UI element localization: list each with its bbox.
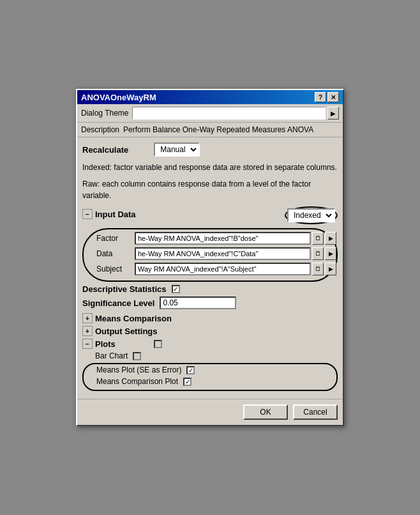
subject-input[interactable] xyxy=(135,263,311,275)
means-plot-label: Means Plot (SE as Error) xyxy=(96,365,181,374)
plots-header: − Plots xyxy=(82,339,338,349)
factor-row: Factor 🗒 ▶ xyxy=(96,232,336,245)
bar-chart-row: Bar Chart xyxy=(95,351,338,360)
descriptive-stats-label: Descriptive Statistics xyxy=(82,284,167,294)
output-settings-title: Output Settings xyxy=(95,327,158,336)
means-comparison-plot-label: Means Comparison Plot xyxy=(96,377,178,386)
output-settings-collapse-button[interactable]: + xyxy=(82,326,93,336)
close-button[interactable]: ✕ xyxy=(327,92,339,102)
recalculate-row: Recalculate Manual Auto xyxy=(82,142,338,157)
data-buttons: 🗒 ▶ xyxy=(312,247,336,260)
data-label: Data xyxy=(96,249,135,258)
dialog-theme-row: Dialog Theme ▶ xyxy=(77,104,343,123)
main-content: Recalculate Manual Auto Indexed: factor … xyxy=(77,137,343,399)
means-comparison-title: Means Comparison xyxy=(95,314,172,323)
window-title: ANOVAOneWayRM xyxy=(81,93,315,102)
means-plot-checkbox[interactable]: ✓ xyxy=(186,366,195,374)
means-plot-row: Means Plot (SE as Error) ✓ xyxy=(96,365,336,374)
title-bar: ANOVAOneWayRM ? ✕ xyxy=(77,90,343,104)
input-data-header: − Input Data xyxy=(82,209,272,219)
main-window: ANOVAOneWayRM ? ✕ Dialog Theme ▶ Descrip… xyxy=(76,89,344,426)
bottom-buttons: OK Cancel xyxy=(77,399,343,425)
subject-arrow-button[interactable]: ▶ xyxy=(325,263,336,275)
data-input[interactable] xyxy=(135,247,311,260)
recalculate-select[interactable]: Manual Auto xyxy=(154,142,200,157)
plots-section: − Plots Bar Chart Means Plot (SE as Erro… xyxy=(82,339,338,391)
factor-label: Factor xyxy=(96,234,135,243)
factor-input[interactable] xyxy=(135,232,311,245)
data-row: Data 🗒 ▶ xyxy=(96,247,336,260)
factor-arrow-button[interactable]: ▶ xyxy=(325,232,336,245)
plots-enabled-container xyxy=(154,340,162,348)
subject-buttons: 🗒 ▶ xyxy=(312,263,336,275)
factor-buttons: 🗒 ▶ xyxy=(312,232,336,245)
ok-button[interactable]: OK xyxy=(243,404,288,420)
description-label: Description xyxy=(81,125,119,134)
means-comparison-plot-checkbox[interactable]: ✓ xyxy=(183,378,191,386)
title-bar-buttons: ? ✕ xyxy=(315,92,339,102)
means-comparison-section: + Means Comparison xyxy=(82,313,338,323)
significance-level-row: Significance Level xyxy=(82,296,338,309)
bar-chart-checkbox[interactable] xyxy=(133,352,141,360)
dialog-theme-label: Dialog Theme xyxy=(81,109,128,118)
plots-enabled-checkbox[interactable] xyxy=(154,340,162,348)
data-arrow-button[interactable]: ▶ xyxy=(325,247,336,260)
recalculate-label: Recalculate xyxy=(82,145,128,155)
input-type-container: Indexed Raw xyxy=(285,206,338,224)
plots-title: Plots xyxy=(95,339,116,349)
bar-chart-label: Bar Chart xyxy=(95,351,128,360)
descriptive-stats-row: Descriptive Statistics ✓ xyxy=(82,284,338,294)
cancel-button[interactable]: Cancel xyxy=(293,404,338,420)
input-data-collapse-button[interactable]: − xyxy=(82,209,93,219)
input-type-select[interactable]: Indexed Raw xyxy=(287,208,335,222)
raw-info-text: Raw: each column contains response data … xyxy=(82,178,338,201)
input-data-section: − Input Data Indexed Raw Factor xyxy=(82,206,338,282)
means-oval-wrapper: Means Plot (SE as Error) ✓ Means Compari… xyxy=(82,363,338,391)
descriptive-stats-checkbox[interactable]: ✓ xyxy=(172,285,180,293)
fields-oval-wrapper: Factor 🗒 ▶ Data 🗒 ▶ xyxy=(82,228,338,282)
means-comparison-plot-row: Means Comparison Plot ✓ xyxy=(96,377,336,386)
data-pick-button[interactable]: 🗒 xyxy=(312,247,324,260)
description-row: Description Perform Balance One-Way Repe… xyxy=(77,123,343,137)
factor-pick-button[interactable]: 🗒 xyxy=(312,232,324,245)
description-value: Perform Balance One-Way Repeated Measure… xyxy=(123,125,313,134)
indexed-info-text: Indexed: factor variable and response da… xyxy=(82,162,338,173)
dialog-theme-arrow-button[interactable]: ▶ xyxy=(327,107,339,119)
help-button[interactable]: ? xyxy=(315,92,326,102)
subject-label: Subject xyxy=(96,265,135,273)
output-settings-section: + Output Settings xyxy=(82,326,338,336)
input-data-title: Input Data xyxy=(95,210,136,219)
significance-level-label: Significance Level xyxy=(82,298,154,308)
plots-collapse-button[interactable]: − xyxy=(82,339,93,349)
indexed-oval: Indexed Raw xyxy=(285,206,338,224)
subject-row: Subject 🗒 ▶ xyxy=(96,263,336,275)
subject-pick-button[interactable]: 🗒 xyxy=(312,263,324,275)
dialog-theme-input[interactable] xyxy=(132,107,326,119)
means-comparison-collapse-button[interactable]: + xyxy=(82,313,93,323)
significance-level-input[interactable] xyxy=(160,296,236,309)
